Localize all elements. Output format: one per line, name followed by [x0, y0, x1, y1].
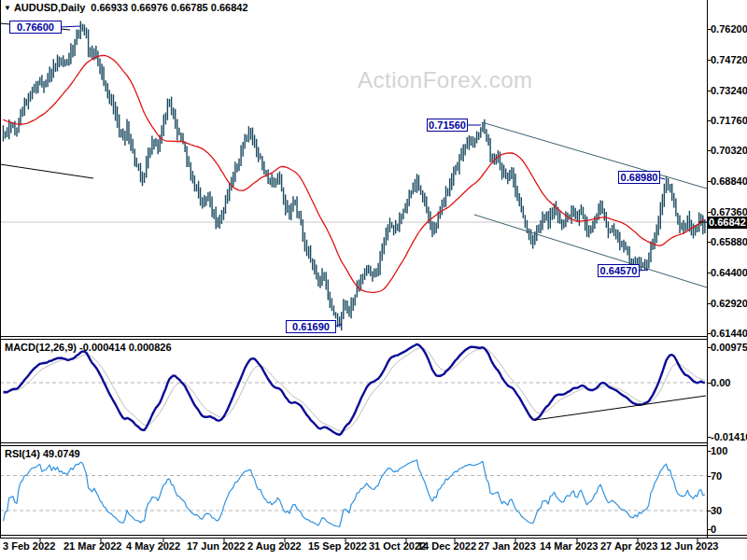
date-label: 21 Mar 2022: [63, 540, 121, 553]
price-axis-label: 0.65880: [711, 236, 747, 248]
macd-axis-label: 0.009751: [711, 342, 747, 354]
chart-title: ▼AUDUSD,Daily0.66933 0.66976 0.66785 0.6…: [4, 2, 248, 13]
symbol-timeframe-label: AUDUSD,Daily: [14, 2, 85, 13]
price-annotation: 0.61690: [286, 320, 336, 333]
price-annotation: 0.71560: [427, 119, 468, 132]
price-axis-label: 0.76200: [711, 23, 747, 35]
date-label: 3 Feb 2022: [3, 540, 55, 553]
price-axis-label: 0.70320: [711, 145, 747, 157]
rsi-axis-label: 30: [711, 505, 722, 517]
macd-header: MACD(12,26,9) -0.000414 0.000826: [5, 342, 172, 353]
date-label: 4 May 2022: [126, 540, 180, 553]
rsi-axis-label: 0: [711, 524, 716, 536]
price-axis-label: 0.74720: [711, 54, 747, 66]
macd-axis-label: -0.014107: [711, 431, 747, 443]
date-label: 14 Mar 2023: [540, 540, 598, 553]
price-annotation: 0.68980: [618, 171, 660, 184]
date-label: 27 Jan 2023: [478, 540, 536, 553]
date-label: 12 Jun 2023: [660, 540, 718, 553]
ohlc-values: 0.66933 0.66976 0.66785 0.66842: [91, 2, 247, 13]
price-axis-label: 0.61440: [711, 328, 747, 340]
price-axis-label: 0.62920: [711, 298, 747, 310]
date-label: 17 Jun 2022: [187, 540, 245, 553]
chart-canvas: [0, 0, 747, 560]
price-axis-label: 0.71760: [711, 115, 747, 127]
collapse-triangle-icon: ▼: [4, 4, 11, 12]
date-label: 2 Aug 2022: [247, 540, 302, 553]
price-annotation: 0.76600: [9, 21, 62, 34]
price-annotation: 0.64570: [598, 264, 640, 277]
rsi-axis-label: 100: [711, 445, 727, 457]
rsi-axis-label: 70: [711, 470, 722, 483]
macd-axis-label: 0.00: [711, 377, 730, 389]
date-label: 27 Apr 2023: [600, 540, 657, 553]
rsi-header: RSI(14) 49.0749: [5, 448, 80, 459]
date-label: 15 Sep 2022: [308, 540, 367, 553]
price-axis-label: 0.68840: [711, 175, 747, 188]
price-axis-label: 0.73240: [711, 85, 747, 97]
forex-chart-screenshot: ActionForex.com ▼AUDUSD,Daily0.66933 0.6…: [0, 0, 747, 560]
current-price-badge: 0.66842: [708, 217, 747, 229]
price-axis-label: 0.64400: [711, 267, 747, 279]
date-label: 14 Dec 2022: [417, 540, 476, 553]
